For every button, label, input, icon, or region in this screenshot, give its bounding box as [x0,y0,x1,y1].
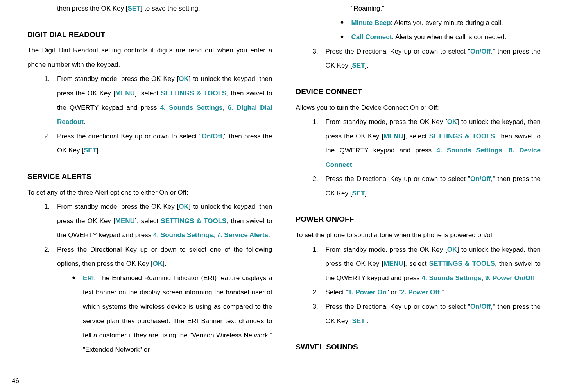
text: Select " [326,288,348,296]
steps-device-connect: From standby mode, press the OK Key [OK]… [296,115,541,200]
text: , [223,104,228,111]
heading-device-connect: DEVICE CONNECT [296,84,541,100]
step: Press the Directional Key up or down to … [320,45,541,73]
heading-swivel-sounds: SWIVEL SOUNDS [296,339,541,355]
text: ]. [365,62,369,69]
key-set: SET [352,190,365,197]
text: ." [440,288,444,296]
text: From standby mode, press the OK Key [ [326,118,447,125]
key-set: SET [84,147,97,154]
intro-digit-dial: The Digit Dial Readout setting controls … [27,43,272,72]
steps-digit-dial: From standby mode, press the OK Key [OK]… [27,72,272,158]
text: ], select [403,260,429,267]
text: : Alerts you every minute during a call. [391,19,503,27]
menu-sounds: 4. Sounds Settings [436,147,502,154]
step: Press the Directional Key up or down to … [52,243,272,357]
text: ]. [97,147,100,154]
option-power-off: 2. Power Off [401,288,439,296]
intro-power-onoff: To set the phone to sound a tone when th… [296,228,541,243]
continuation-text: then press the OK Key [SET] to save the … [27,2,272,16]
intro-service-alerts: To set any of the three Alert options to… [27,186,272,200]
key-menu: MENU [115,217,135,225]
text: . [535,274,537,282]
key-set: SET [127,5,140,12]
text: ]. [365,190,369,197]
step: Press the Directional Key up or down to … [320,172,541,200]
menu-sounds: 4. Sounds Settings [422,274,482,282]
menu-settings-tools: SETTINGS & TOOLS [161,217,226,225]
heading-power-onoff: POWER ON/OFF [296,211,541,227]
continuation-roaming: "Roaming." [296,2,541,16]
text: , [482,274,485,282]
step: Press the directional Key up or down to … [52,129,272,158]
menu-sounds: 4. Sounds Settings [160,104,223,111]
key-ok: OK [179,75,189,82]
text: Press the Directional Key up or down to … [326,303,470,310]
bullet-minute-beep: Minute Beep: Alerts you every minute dur… [340,16,541,30]
menu-power-onoff: 9. Power On/Off [485,274,535,282]
page-number: 46 [12,377,19,385]
text: . [84,118,86,125]
bullet-eri: ERI: The Enhanced Roaming Indicator (ERI… [72,271,272,357]
text: " or " [387,288,401,296]
step: Select "1. Power On" or "2. Power Off." [320,285,541,300]
label-call-connect: Call Connect [351,33,392,41]
text: then press the OK Key [ [57,5,127,12]
key-ok: OK [447,118,457,125]
key-ok: OK [447,246,457,253]
menu-settings-tools: SETTINGS & TOOLS [429,132,495,140]
right-column: "Roaming." Minute Beep: Alerts you every… [296,2,541,357]
option-onoff: On/Off [470,48,491,55]
step: From standby mode, press the OK Key [OK]… [320,115,541,172]
text: . [352,161,354,168]
text: ], select [135,89,161,97]
page-columns: then press the OK Key [SET] to save the … [27,0,541,357]
text: ]. [163,260,166,267]
steps-service-alerts-cont: Press the Directional Key up or down to … [296,45,541,73]
key-menu: MENU [115,89,135,97]
text: : Alerts you when the call is connected. [392,33,506,41]
text: ]. [365,317,369,325]
step: From standby mode, press the OK Key [OK]… [52,72,272,129]
bullets-service-alerts: ERI: The Enhanced Roaming Indicator (ERI… [57,271,272,357]
key-ok: OK [153,260,163,267]
key-menu: MENU [383,132,403,140]
left-column: then press the OK Key [SET] to save the … [27,2,272,357]
option-onoff: On/Off [470,175,491,183]
option-onoff: On/Off [202,132,222,140]
text: Press the Directional Key up or down to … [326,175,470,183]
intro-device-connect: Allows you to turn the Device Connect On… [296,101,541,115]
heading-service-alerts: SERVICE ALERTS [27,169,272,185]
option-onoff: On/Off [470,303,491,310]
steps-service-alerts: From standby mode, press the OK Key [OK]… [27,200,272,357]
text: , [502,147,509,154]
text: ], select [135,217,161,225]
key-menu: MENU [383,260,403,267]
option-power-on: 1. Power On [348,288,387,296]
menu-service-alerts: 4. Sounds Settings, 7. Service Alerts [153,231,268,239]
key-ok: OK [179,203,189,210]
text: From standby mode, press the OK Key [ [326,246,447,253]
step: Press the Directional Key up or down to … [320,300,541,328]
heading-digit-dial: DIGIT DIAL READOUT [27,27,272,43]
text: From standby mode, press the OK Key [ [57,203,179,210]
step: From standby mode, press the OK Key [OK]… [320,243,541,286]
text: : The Enhanced Roaming Indicator (ERI) f… [83,274,272,353]
label-eri: ERI [83,274,94,282]
menu-settings-tools: SETTINGS & TOOLS [161,89,226,97]
key-set: SET [352,62,365,69]
text: Press the directional Key up or down to … [57,132,202,140]
menu-settings-tools: SETTINGS & TOOLS [429,260,495,267]
bullet-call-connect: Call Connect: Alerts you when the call i… [340,30,541,45]
text: Press the Directional Key up or down to … [326,48,470,55]
steps-power-onoff: From standby mode, press the OK Key [OK]… [296,243,541,328]
step: From standby mode, press the OK Key [OK]… [52,200,272,243]
text: ] to save the setting. [141,5,200,12]
label-minute-beep: Minute Beep [351,19,391,27]
key-set: SET [352,317,365,325]
text: From standby mode, press the OK Key [ [57,75,179,82]
bullets-service-alerts-cont: Minute Beep: Alerts you every minute dur… [296,16,541,45]
text: . [268,231,270,239]
text: ], select [403,132,429,140]
